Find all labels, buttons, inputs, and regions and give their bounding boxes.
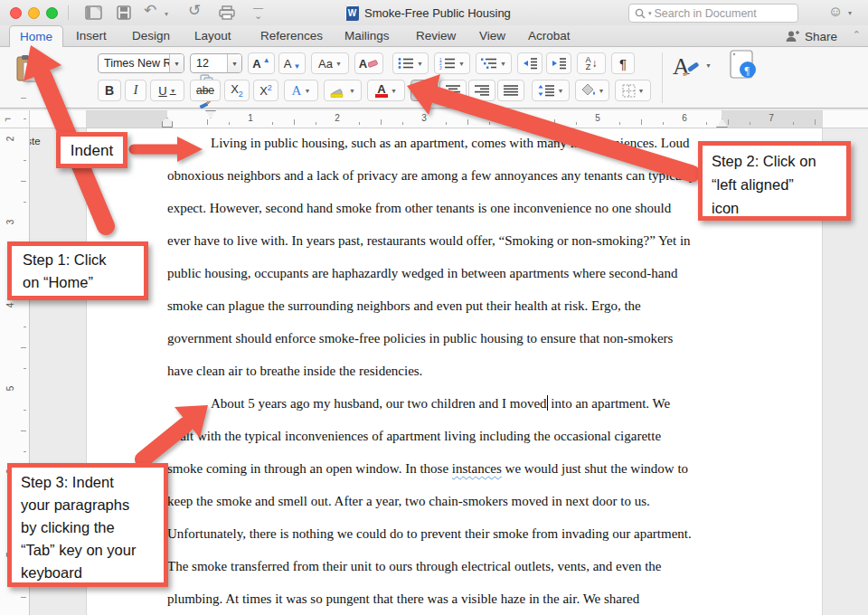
highlight-button[interactable]: ▼: [324, 80, 362, 101]
superscript-button[interactable]: X2: [253, 80, 278, 101]
new-document-icon[interactable]: [85, 5, 102, 20]
search-input[interactable]: [655, 7, 781, 20]
minimize-window-button[interactable]: [28, 7, 40, 19]
document-line[interactable]: public housing, occupants are haphazardl…: [167, 257, 728, 289]
pilcrow-icon: ¶: [619, 56, 627, 71]
subscript-icon: X2: [231, 82, 243, 99]
document-line[interactable]: The smoke transferred from their unit to…: [167, 550, 728, 582]
shrink-font-button[interactable]: A▼: [278, 52, 306, 74]
font-color-icon: A: [375, 84, 388, 98]
ruler-tick: [467, 119, 468, 125]
document-line[interactable]: smoke can plague the surrounding neighbo…: [167, 289, 728, 322]
line-spacing-button[interactable]: ▼: [532, 80, 570, 101]
bold-button[interactable]: B: [98, 80, 121, 101]
document-line[interactable]: obnoxious neighbors and a lack of privac…: [167, 159, 728, 192]
bullet-list-button[interactable]: ▼: [392, 52, 429, 74]
tab-home[interactable]: Home: [9, 25, 63, 48]
document-text[interactable]: Living in public housing, such as an apa…: [167, 127, 728, 615]
document-line[interactable]: Living in public housing, such as an apa…: [167, 127, 728, 159]
underline-button[interactable]: U▼: [150, 80, 184, 101]
tab-insert[interactable]: Insert: [72, 25, 110, 47]
font-name-dropdown-icon[interactable]: ▼: [169, 54, 184, 72]
tab-stop-selector[interactable]: ⌐: [0, 110, 30, 128]
align-right-button[interactable]: [468, 80, 495, 101]
text-cursor: [547, 395, 548, 411]
save-icon[interactable]: [117, 5, 131, 20]
redo-icon[interactable]: ↺: [188, 3, 201, 19]
document-line[interactable]: smoke coming in through an open window. …: [167, 452, 728, 485]
justify-button[interactable]: [497, 80, 524, 101]
search-box[interactable]: ▾: [628, 4, 798, 23]
feedback-smiley-icon[interactable]: ☺: [828, 4, 843, 20]
tab-mailings[interactable]: Mailings: [341, 25, 393, 47]
paint-bucket-icon: [580, 83, 596, 98]
ruler-tick: [229, 122, 230, 125]
document-line[interactable]: expect. However, second hand smoke from …: [167, 192, 728, 224]
show-paragraph-marks-button[interactable]: ¶: [611, 52, 635, 74]
numbered-list-button[interactable]: 123▼: [434, 52, 470, 74]
change-case-icon: Aa: [318, 57, 333, 71]
ruler-tick: [21, 597, 26, 598]
font-size-select[interactable]: 12 ▼: [190, 53, 242, 73]
change-case-button[interactable]: Aa▼: [311, 52, 349, 74]
strikethrough-button[interactable]: abe: [190, 80, 221, 101]
multilevel-list-button[interactable]: ▼: [476, 52, 512, 74]
horizontal-ruler[interactable]: 1234567: [30, 110, 868, 128]
document-line[interactable]: About 5 years ago my husband, our two ch…: [167, 387, 728, 420]
ruler-left-margin: [86, 110, 167, 128]
borders-button[interactable]: ▼: [615, 80, 651, 101]
ruler-tick: [21, 347, 26, 348]
collapse-ribbon-icon[interactable]: ⌃: [853, 29, 861, 41]
document-line[interactable]: plumbing. At times it was so pungent tha…: [167, 582, 728, 615]
styles-button[interactable]: A ▼: [671, 51, 712, 80]
document-line[interactable]: Unfortunately, there is nothing we could…: [167, 517, 728, 550]
increase-indent-button[interactable]: [546, 52, 571, 74]
tab-design[interactable]: Design: [128, 25, 174, 47]
close-window-button[interactable]: [10, 7, 22, 19]
decrease-indent-button[interactable]: [517, 52, 542, 74]
feedback-dropdown-icon[interactable]: ▾: [848, 9, 852, 17]
document-line[interactable]: have clean air to breathe inside the res…: [167, 355, 728, 387]
tab-references[interactable]: References: [257, 25, 326, 47]
ruler-inch-number: 2: [5, 137, 15, 142]
paste-button[interactable]: [11, 51, 43, 87]
sort-button[interactable]: AZ ↓: [577, 52, 606, 74]
clipboard-icon: [15, 54, 39, 83]
document-line[interactable]: keep the smoke and smell out. After a ye…: [167, 485, 728, 517]
align-left-button[interactable]: [410, 80, 438, 101]
font-color-button[interactable]: A▼: [367, 80, 405, 101]
tab-acrobat[interactable]: Acrobat: [524, 25, 574, 47]
ruler-inch-number: 4: [5, 303, 15, 308]
grow-font-button[interactable]: A▲: [248, 52, 275, 74]
font-size-dropdown-icon[interactable]: ▼: [227, 54, 241, 72]
italic-button[interactable]: I: [125, 80, 146, 101]
title-bar: ↶ ▾ ↺ —⌄ W Smoke-Free Public Housing ▾ ☺…: [0, 0, 868, 25]
ruler-tick: [21, 98, 26, 99]
font-name-select[interactable]: Times New R... ▼: [98, 53, 184, 73]
undo-icon[interactable]: ↶: [144, 3, 156, 19]
ruler-tick: [446, 122, 447, 125]
ruler-tick: [533, 122, 533, 125]
svg-text:¶: ¶: [745, 64, 750, 77]
tab-review[interactable]: Review: [412, 25, 459, 47]
text-effects-button[interactable]: A▼: [284, 80, 318, 101]
clear-formatting-button[interactable]: A: [354, 52, 383, 74]
print-icon[interactable]: [218, 5, 236, 20]
share-button[interactable]: Share: [785, 25, 837, 47]
search-scope-dropdown-icon[interactable]: ▾: [648, 10, 652, 17]
align-center-button[interactable]: [439, 80, 467, 101]
document-line[interactable]: ever have to live with. In years past, r…: [167, 224, 728, 257]
shading-button[interactable]: ▼: [575, 80, 609, 101]
styles-pane-button[interactable]: ¶: [723, 49, 763, 81]
document-line[interactable]: government should enforce smoke-free pol…: [167, 322, 728, 355]
tab-layout[interactable]: Layout: [191, 25, 235, 47]
ruler-inch-number: 4: [508, 113, 514, 123]
undo-dropdown-icon[interactable]: ▾: [165, 10, 168, 18]
zoom-window-button[interactable]: [46, 7, 58, 19]
toolbar-overflow-icon[interactable]: —⌄: [253, 4, 263, 20]
ribbon-group-divider: [662, 52, 663, 103]
document-line[interactable]: dealt with the typical inconveniences of…: [167, 420, 728, 452]
ruler-tick: [21, 181, 26, 182]
tab-view[interactable]: View: [476, 25, 509, 47]
subscript-button[interactable]: X2: [224, 80, 250, 101]
